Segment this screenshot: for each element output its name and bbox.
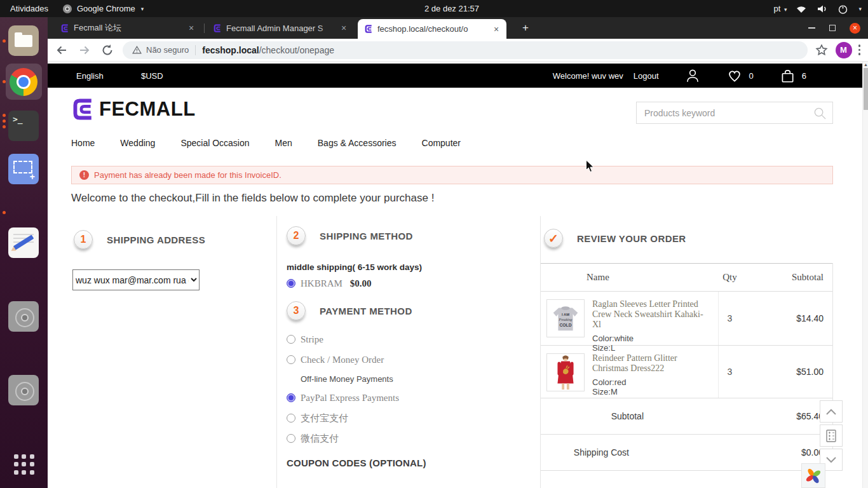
running-dot — [3, 211, 6, 214]
nav-computer[interactable]: Computer — [422, 138, 461, 148]
scroll-to-top-button[interactable] — [820, 400, 843, 423]
shipping-option-label: HKBRAM — [301, 278, 342, 289]
show-applications-button[interactable] — [14, 454, 34, 475]
search-box — [636, 102, 833, 124]
step-1-badge: 1 — [74, 230, 93, 249]
tab-fecmall-forum[interactable]: Fecmall 论坛 × — [54, 17, 201, 39]
new-tab-button[interactable]: + — [519, 22, 532, 36]
chrome-mono-icon — [62, 4, 72, 14]
forward-icon[interactable] — [77, 43, 92, 58]
tab-admin-manager[interactable]: Fecmall Admin Manager S × — [207, 17, 354, 39]
product-name-link[interactable]: Reindeer Pattern Glitter Christmas Dress… — [592, 353, 710, 374]
screenshot-tool-indicator[interactable] — [801, 463, 825, 488]
payment-radio-check-money-order[interactable] — [287, 355, 295, 364]
payment-method-title: PAYMENT METHOD — [320, 306, 412, 316]
tab-checkout-active[interactable]: fecshop.local/checkout/o × — [358, 19, 506, 39]
payment-option-label: 微信支付 — [301, 433, 339, 445]
payment-option-stripe: Stripe — [287, 329, 540, 349]
language-selector[interactable]: English — [76, 64, 104, 88]
screenshot-app-icon[interactable]: + — [8, 154, 39, 184]
shipping-radio-hkbram[interactable] — [287, 279, 295, 288]
nav-special-occasion[interactable]: Special Occasion — [180, 138, 249, 148]
address-select[interactable]: wuz wux mar@mar.com rua g — [72, 269, 200, 290]
profile-avatar[interactable]: M — [836, 42, 852, 58]
clock[interactable]: 2 de dez 21:57 — [424, 4, 479, 13]
terminal-app-icon[interactable]: >_ — [8, 111, 39, 141]
chrome-app-icon[interactable] — [8, 67, 39, 97]
payment-radio-paypal[interactable] — [287, 393, 295, 402]
cart-count: 6 — [802, 71, 806, 81]
app-menu[interactable]: Google Chrome ▾ — [62, 4, 144, 14]
volume-icon[interactable] — [816, 3, 829, 15]
reload-icon[interactable] — [100, 43, 115, 58]
keyboard-indicator[interactable]: pt ▾ — [773, 4, 787, 13]
order-item-row: Reindeer Pattern Glitter Christmas Dress… — [541, 346, 832, 398]
alert-exclamation-icon: ! — [79, 170, 89, 180]
url-domain: fecshop.local — [202, 45, 259, 55]
scrollbar-up-arrow[interactable]: ▲ — [864, 62, 868, 67]
currency-selector[interactable]: $USD — [141, 64, 163, 88]
page-scrollbar[interactable]: ▲ — [862, 62, 868, 488]
nav-home[interactable]: Home — [71, 138, 95, 148]
tab-title: fecshop.local/checkout/o — [377, 24, 468, 34]
col-qty: Qty — [719, 272, 741, 283]
nav-bags-accessories[interactable]: Bags & Accessories — [318, 138, 397, 148]
back-icon[interactable] — [54, 43, 69, 58]
checkout-welcome-text: Welcome to the checkout,Fill in the fiel… — [71, 192, 434, 205]
review-check-badge: ✓ — [544, 229, 563, 248]
col-name: Name — [541, 272, 719, 283]
shipping-address-title: SHIPPING ADDRESS — [107, 234, 205, 245]
maximize-button[interactable] — [829, 25, 836, 31]
order-summary-widget-button[interactable] — [820, 424, 843, 447]
payment-radio-alipay[interactable] — [287, 414, 295, 423]
running-dot — [3, 80, 6, 83]
svg-text:Freaking: Freaking — [558, 318, 572, 322]
review-order-title: REVIEW YOUR ORDER — [577, 233, 686, 244]
minimize-button[interactable] — [808, 27, 815, 29]
plus-icon: + — [30, 172, 35, 182]
coupon-codes-title: COUPON CODES (OPTIONAL) — [287, 458, 540, 468]
not-secure-warning-icon[interactable] — [132, 44, 142, 55]
site-logo[interactable]: FECMALL — [71, 97, 196, 122]
security-label[interactable]: Não seguro — [146, 45, 189, 55]
cart-bag-icon[interactable] — [779, 67, 796, 84]
browser-menu-icon[interactable] — [858, 44, 861, 55]
payment-option-paypal: PayPal Express Payments — [287, 388, 540, 408]
col-subtotal: Subtotal — [741, 272, 832, 283]
order-table-header: Name Qty Subtotal — [541, 263, 832, 292]
tab-strip: Fecmall 论坛 × Fecmall Admin Manager S × f… — [48, 17, 868, 39]
account-icon[interactable] — [684, 67, 701, 84]
search-icon[interactable] — [813, 106, 827, 121]
payment-radio-wechat[interactable] — [287, 434, 295, 443]
nav-wedding[interactable]: Wedding — [120, 138, 155, 148]
nav-men[interactable]: Men — [275, 138, 292, 148]
product-image-dress — [546, 353, 585, 391]
logout-link[interactable]: Logout — [634, 71, 659, 81]
payment-radio-stripe[interactable] — [287, 335, 295, 344]
scrollbar-thumb[interactable] — [864, 68, 868, 110]
close-window-button[interactable]: × — [850, 23, 860, 34]
wifi-icon[interactable] — [795, 3, 808, 15]
bookmark-star-icon[interactable] — [814, 43, 829, 58]
close-tab-icon[interactable]: × — [491, 24, 501, 34]
fecmall-logo-mark — [71, 97, 97, 122]
power-icon[interactable] — [837, 3, 849, 15]
disc-app-icon[interactable] — [8, 301, 39, 332]
text-editor-app-icon[interactable] — [8, 227, 39, 258]
disc-app-icon-2[interactable] — [8, 375, 39, 405]
address-bar[interactable]: Não seguro fecshop.local /checkout/onepa… — [123, 41, 808, 59]
chevron-down-icon: ▾ — [784, 6, 787, 13]
activities-button[interactable]: Atividades — [10, 4, 48, 13]
tab-title: Fecmall Admin Manager S — [226, 24, 323, 33]
terminal-prompt-glyph: >_ — [13, 114, 23, 124]
wishlist-heart-icon[interactable] — [726, 67, 743, 84]
payment-option-wechat: 微信支付 — [287, 428, 540, 449]
pinwheel-icon — [804, 467, 822, 485]
product-name-link[interactable]: Raglan Sleeves Letter Printed Crew Neck … — [592, 299, 710, 330]
page-viewport: English $USD Welcome! wuv wev Logout 0 6… — [48, 62, 862, 488]
files-app-icon[interactable] — [8, 25, 39, 56]
search-input[interactable] — [637, 102, 832, 123]
close-tab-icon[interactable]: × — [339, 23, 349, 33]
close-tab-icon[interactable]: × — [186, 23, 196, 33]
chevron-down-icon[interactable]: ▾ — [858, 6, 862, 12]
